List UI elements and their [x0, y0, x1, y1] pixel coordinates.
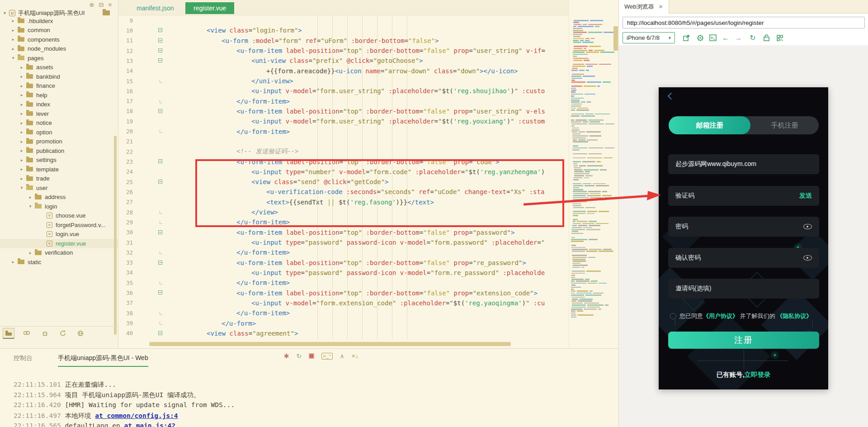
chevron-right-icon[interactable]: ▸ — [19, 84, 24, 88]
tab-phone-register[interactable]: 手机注册 — [750, 116, 819, 134]
chevron-right-icon[interactable]: ▸ — [28, 251, 33, 255]
chevron-right-icon[interactable]: ▸ — [10, 28, 16, 33]
tab-register-vue[interactable]: register.vue — [185, 2, 234, 14]
tree-scrollbar[interactable] — [114, 136, 117, 335]
refresh-icon[interactable]: ↻ — [747, 32, 758, 43]
chevron-right-icon[interactable]: ▸ — [19, 121, 24, 125]
collapse-all-icon[interactable]: ⊟ — [99, 1, 104, 8]
tree-item-verification[interactable]: ▸verification — [0, 248, 118, 258]
tree-item-option[interactable]: ▸option — [0, 128, 118, 137]
chevron-right-icon[interactable]: ▸ — [19, 130, 24, 134]
tree-item-settings[interactable]: ▸settings — [0, 156, 118, 165]
input-field-1[interactable]: 验证码发送 — [668, 186, 819, 206]
fold-marker-icon[interactable] — [135, 46, 156, 56]
tree-item-pages[interactable]: ▾pages — [0, 53, 118, 63]
privacy-agreement-link[interactable]: 《隐私协议》 — [777, 313, 812, 319]
fold-marker-icon[interactable] — [135, 56, 156, 66]
fold-marker-icon[interactable] — [135, 157, 156, 166]
fold-marker-icon[interactable] — [135, 288, 156, 298]
gear-icon[interactable] — [695, 32, 706, 43]
user-agreement-link[interactable]: 《用户协议》 — [703, 313, 738, 319]
fold-marker-icon[interactable] — [135, 328, 156, 338]
chevron-right-icon[interactable]: ▸ — [19, 176, 24, 181]
lock-icon[interactable] — [761, 32, 772, 43]
tree-item-node-modules[interactable]: ▸node_modules — [0, 44, 118, 54]
files-icon[interactable] — [3, 328, 14, 339]
close-icon[interactable]: ✕ — [659, 4, 663, 10]
folder-icon[interactable] — [103, 10, 110, 15]
minimap[interactable] — [569, 0, 618, 348]
tree-item-help[interactable]: ▸help — [0, 90, 118, 100]
chevron-right-icon[interactable]: ▸ — [19, 167, 24, 171]
tab-email-register[interactable]: 邮箱注册 — [669, 116, 750, 134]
tree-item-user[interactable]: ▾user — [0, 183, 118, 193]
tab-manifest-json[interactable]: manifest.json — [128, 2, 182, 14]
chevron-right-icon[interactable]: ▸ — [19, 148, 24, 153]
tree-item-lever[interactable]: ▸lever — [0, 109, 118, 119]
fold-marker-icon[interactable] — [135, 106, 156, 116]
back-icon[interactable]: ← — [720, 32, 731, 43]
console-tab[interactable]: 手机端uniapp源码-黑色UI - Web — [58, 354, 148, 367]
search-icon[interactable] — [21, 328, 33, 339]
chevron-right-icon[interactable]: ▸ — [10, 47, 16, 51]
fold-marker-icon[interactable] — [135, 36, 156, 46]
tree-item-choose-vue[interactable]: Vchoose.vue — [0, 211, 118, 221]
chevron-down-icon[interactable]: ▾ — [28, 204, 33, 209]
tree-item-bankbind[interactable]: ▸bankbind — [0, 72, 118, 81]
eye-icon[interactable] — [803, 224, 812, 229]
input-field-4[interactable]: 邀请码(选填) — [668, 279, 819, 299]
collapse-up-icon[interactable]: ∧ — [340, 352, 344, 360]
chevron-down-icon[interactable]: ▾ — [10, 56, 16, 60]
chevron-right-icon[interactable]: ▸ — [10, 260, 16, 264]
console-source-link[interactable]: at main.js:42 — [124, 422, 175, 427]
locate-icon[interactable]: ⊕ — [90, 1, 94, 8]
tree-item-register-vue[interactable]: Vregister.vue — [0, 239, 118, 248]
open-external-icon[interactable] — [681, 32, 692, 43]
bug-icon[interactable]: ✱ — [284, 352, 289, 360]
tree-item-template[interactable]: ▸template — [0, 165, 118, 174]
console-source-link[interactable]: at common/config.js:4 — [95, 412, 178, 419]
forward-icon[interactable]: → — [733, 32, 744, 43]
refresh-icon[interactable] — [57, 328, 69, 339]
tree-item-login[interactable]: ▾login — [0, 202, 118, 211]
register-button[interactable]: 注册 — [668, 332, 819, 349]
tree-item-common[interactable]: ▸common — [0, 26, 118, 35]
terminal-icon[interactable]: >_⁺ — [321, 353, 332, 360]
chevron-down-icon[interactable]: ▾ — [19, 185, 24, 190]
send-code-button[interactable]: 发送 — [799, 192, 812, 200]
tree-item-finance[interactable]: ▸finance — [0, 81, 118, 91]
fold-marker-icon[interactable] — [135, 228, 156, 237]
chevron-right-icon[interactable]: ▸ — [10, 19, 16, 23]
input-field-0[interactable]: 起步源码网www.qibuym.com — [668, 154, 819, 174]
tree-item-promotion[interactable]: ▸promotion — [0, 137, 118, 147]
chevron-right-icon[interactable]: ▸ — [19, 65, 24, 70]
chevron-right-icon[interactable]: ▸ — [19, 158, 24, 162]
stop-icon[interactable] — [309, 353, 314, 359]
chevron-right-icon[interactable]: ▸ — [19, 74, 24, 79]
qrcode-icon[interactable] — [774, 32, 785, 43]
back-chevron-icon[interactable] — [668, 93, 675, 100]
editor-vertical-scrollbar[interactable] — [613, 26, 618, 51]
code-editor[interactable]: 910<view class="login-form">11<u-form :m… — [118, 15, 569, 348]
menu-icon[interactable]: ≡ — [108, 1, 112, 8]
tree-item-forgetpassword-v-[interactable]: VforgetPassword.v... — [0, 220, 118, 230]
chevron-right-icon[interactable]: ▸ — [19, 93, 24, 97]
tree-item-login-vue[interactable]: Vlogin.vue — [0, 230, 118, 239]
agree-radio[interactable] — [670, 313, 676, 319]
tree-item-trade[interactable]: ▸trade — [0, 174, 118, 184]
eye-icon[interactable] — [803, 255, 812, 261]
tree-item-index[interactable]: ▸index — [0, 100, 118, 109]
debug-icon[interactable] — [39, 328, 51, 339]
browser-tab[interactable]: Web浏览器 ✕ — [619, 0, 669, 14]
input-field-2[interactable]: 密码 — [668, 217, 819, 237]
device-selector[interactable]: iPhone 6/7/8 ▼ — [623, 32, 675, 43]
fold-marker-icon[interactable] — [135, 25, 156, 35]
tree-item-assets[interactable]: ▸assets — [0, 63, 118, 72]
tree-item--hbuilderx[interactable]: ▸.hbuilderx — [0, 16, 118, 26]
fold-marker-icon[interactable] — [135, 177, 156, 187]
restart-icon[interactable]: ↻ — [296, 352, 302, 360]
clear-icon[interactable]: ×↓ — [352, 352, 359, 360]
console-icon[interactable] — [708, 32, 718, 43]
tree-item-address[interactable]: ▸address — [0, 193, 118, 202]
chevron-right-icon[interactable]: ▸ — [28, 195, 33, 199]
